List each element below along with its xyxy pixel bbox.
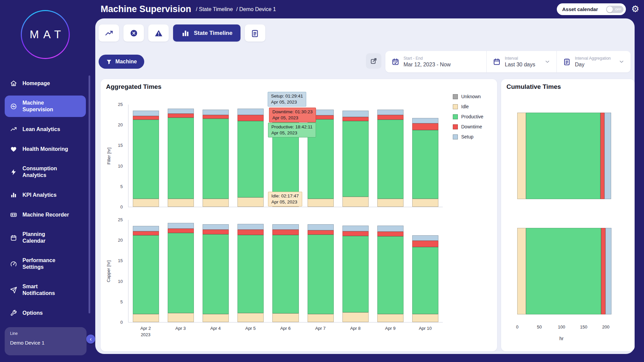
sidebar-item-lean-analytics[interactable]: Lean Analytics [5, 122, 86, 137]
toggle-track[interactable]: OFF [606, 6, 624, 13]
productive-segment[interactable] [203, 234, 229, 314]
sidebar-item-homepage[interactable]: Homepage [5, 76, 86, 91]
idle-segment[interactable] [203, 199, 229, 207]
productive-segment[interactable] [526, 228, 601, 314]
sidebar-item-smart-notifications[interactable]: Smart Notifications [5, 279, 86, 301]
setup-segment[interactable] [377, 110, 404, 115]
idle-segment[interactable] [412, 199, 438, 207]
device-selector-card[interactable]: Line Demo Device 1 [5, 327, 87, 355]
downtime-segment[interactable] [601, 228, 605, 314]
interval-control[interactable]: Interval Last 30 days [486, 51, 556, 72]
legend-item-downtime[interactable]: Downtime [453, 124, 483, 129]
tab-stop-events[interactable] [123, 24, 144, 42]
productive-segment[interactable] [272, 235, 299, 313]
downtime-segment[interactable] [377, 232, 404, 236]
downtime-segment[interactable] [133, 116, 159, 120]
productive-segment[interactable] [168, 118, 194, 199]
cumulative-bar-capper[interactable] [517, 228, 612, 314]
idle-segment[interactable] [377, 314, 404, 322]
sidebar-item-consumption-analytics[interactable]: Consumption Analytics [5, 161, 86, 183]
setup-segment[interactable] [237, 109, 264, 115]
idle-segment[interactable] [133, 314, 159, 322]
setup-segment[interactable] [412, 118, 438, 123]
sidebar-item-kpi-analytics[interactable]: KPI Analytics [5, 187, 86, 202]
tab-line-chart[interactable] [99, 24, 119, 42]
setup-segment[interactable] [342, 111, 369, 117]
sidebar-collapse-button[interactable]: ‹ [86, 335, 95, 344]
sidebar-item-planning-calendar[interactable]: Planning Calendar [5, 227, 86, 248]
setup-segment[interactable] [272, 224, 299, 230]
downtime-segment[interactable] [237, 115, 264, 121]
stacked-bar[interactable] [308, 220, 334, 322]
setup-segment[interactable] [342, 226, 369, 231]
productive-segment[interactable] [412, 247, 438, 314]
date-range-control[interactable]: Start - End Mar 12, 2023 - Now [385, 51, 486, 72]
setup-segment[interactable] [133, 226, 159, 231]
setup-segment[interactable] [168, 109, 194, 114]
sidebar-item-options[interactable]: Options [5, 305, 86, 320]
tab-state-timeline[interactable]: State Timeline [173, 24, 240, 42]
sidebar-item-machine-recorder[interactable]: Machine Recorder [5, 207, 86, 222]
productive-segment[interactable] [342, 236, 369, 312]
sidebar-scrollbar[interactable] [89, 75, 90, 313]
productive-segment[interactable] [168, 233, 194, 313]
productive-segment[interactable] [133, 235, 159, 314]
idle-segment[interactable] [342, 197, 369, 207]
productive-segment[interactable] [237, 121, 264, 197]
idle-segment[interactable] [168, 199, 194, 207]
sidebar-item-performance-settings[interactable]: Performance Settings [5, 253, 86, 275]
idle-segment[interactable] [168, 313, 194, 322]
setup-segment[interactable] [168, 223, 194, 229]
stacked-bar[interactable] [133, 105, 159, 207]
export-button[interactable] [366, 53, 381, 69]
stacked-bar[interactable] [342, 105, 369, 207]
downtime-segment[interactable] [168, 114, 194, 118]
downtime-segment[interactable] [272, 230, 299, 235]
stacked-bar[interactable] [203, 105, 229, 207]
downtime-segment[interactable] [133, 231, 159, 235]
stacked-bar[interactable] [168, 220, 194, 322]
stacked-bar[interactable] [237, 105, 264, 207]
downtime-segment[interactable] [203, 115, 229, 119]
stacked-bar[interactable] [412, 105, 438, 207]
idle-segment[interactable] [517, 228, 526, 314]
cumulative-bar-filler[interactable] [517, 113, 612, 199]
sidebar-item-health-monitoring[interactable]: Health Monitoring [5, 141, 86, 157]
downtime-segment[interactable] [237, 230, 264, 235]
setup-segment[interactable] [203, 110, 229, 115]
productive-segment[interactable] [133, 120, 159, 198]
setup-segment[interactable] [377, 226, 404, 232]
stacked-bar[interactable] [133, 220, 159, 322]
productive-segment[interactable] [526, 113, 600, 199]
legend-item-productive[interactable]: Productive [453, 114, 483, 119]
downtime-segment[interactable] [308, 230, 334, 235]
downtime-segment[interactable] [168, 229, 194, 233]
legend-item-unknown[interactable]: Unknown [453, 94, 483, 99]
idle-segment[interactable] [412, 314, 438, 322]
setup-segment[interactable] [605, 228, 611, 314]
productive-segment[interactable] [308, 235, 334, 314]
idle-segment[interactable] [237, 313, 264, 322]
setup-segment[interactable] [133, 111, 159, 116]
downtime-segment[interactable] [203, 230, 229, 234]
machine-filter-button[interactable]: Machine [99, 55, 144, 69]
setup-segment[interactable] [412, 235, 438, 241]
downtime-segment[interactable] [342, 231, 369, 236]
downtime-segment[interactable] [600, 113, 604, 199]
idle-segment[interactable] [272, 313, 299, 322]
idle-segment[interactable] [377, 199, 404, 207]
stacked-bar[interactable] [342, 220, 369, 322]
idle-segment[interactable] [237, 197, 264, 207]
tab-alarms[interactable] [148, 24, 169, 42]
productive-segment[interactable] [342, 121, 369, 197]
idle-segment[interactable] [308, 314, 334, 322]
idle-segment[interactable] [133, 199, 159, 207]
downtime-segment[interactable] [377, 115, 404, 120]
productive-segment[interactable] [377, 236, 404, 314]
stacked-bar[interactable] [377, 220, 404, 322]
stacked-bar[interactable] [412, 220, 438, 322]
setup-segment[interactable] [604, 113, 611, 199]
interval-aggregation-control[interactable]: Interval Aggregation Day [556, 51, 631, 72]
idle-segment[interactable] [203, 314, 229, 322]
legend-item-setup[interactable]: Setup [453, 134, 483, 139]
